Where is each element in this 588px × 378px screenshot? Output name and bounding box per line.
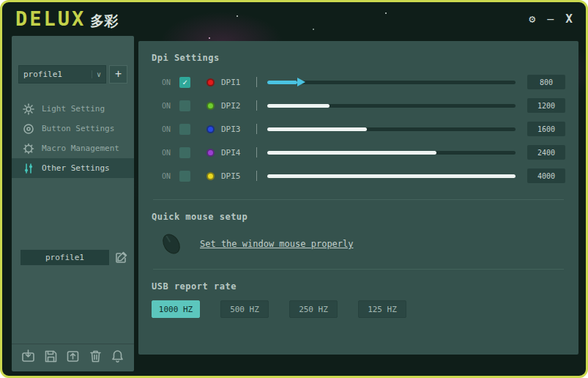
dpi-rows: ON DPI1 800 ON DPI2 xyxy=(152,70,565,188)
dpi4-slider-fill xyxy=(267,151,436,155)
app-window: DELUX 多彩 ⚙ — X profile1 ∨ + Light Settin… xyxy=(0,0,588,378)
sidebar-item-light-setting[interactable]: Light Setting xyxy=(12,99,134,119)
dpi-row-4: ON DPI4 2400 xyxy=(152,141,565,164)
mouse-button-icon xyxy=(22,122,34,135)
profile-select-value: profile1 xyxy=(23,70,92,79)
dpi2-color-dot xyxy=(206,102,215,110)
trash-icon[interactable] xyxy=(88,349,103,364)
divider xyxy=(256,100,257,111)
light-icon xyxy=(22,103,34,115)
dpi2-slider[interactable] xyxy=(267,104,516,108)
chevron-down-icon: ∨ xyxy=(92,70,101,78)
add-profile-button[interactable]: + xyxy=(109,65,127,84)
dpi1-value: 800 xyxy=(527,75,565,89)
settings-gear-button[interactable]: ⚙ xyxy=(529,14,535,25)
usb-rate-250hz-button[interactable]: 250 HZ xyxy=(289,300,338,318)
mouse-icon xyxy=(156,231,187,257)
logo-text: DELUX xyxy=(15,7,86,30)
dpi2-value: 1200 xyxy=(527,98,565,113)
windows-mouse-properties-link[interactable]: Set the window mouse properly xyxy=(200,239,354,249)
dpi3-color-dot xyxy=(206,125,215,133)
minimize-button[interactable]: — xyxy=(547,14,554,25)
on-label: ON xyxy=(162,102,179,110)
section-divider xyxy=(153,199,564,200)
sidebar-item-label: Light Setting xyxy=(42,104,105,114)
usb-rate-1000hz-button[interactable]: 1000 HZ xyxy=(152,300,200,318)
quick-setup-row: Set the window mouse properly xyxy=(156,231,565,257)
sidebar-item-label: Macro Management xyxy=(42,144,119,153)
dpi5-color-dot xyxy=(206,172,215,180)
sidebar-item-label: Button Settings xyxy=(42,124,114,133)
dpi2-slider-fill xyxy=(267,104,330,108)
sliders-icon xyxy=(22,162,34,174)
titlebar: DELUX 多彩 ⚙ — X xyxy=(2,2,586,36)
section-divider xyxy=(153,269,564,270)
sidebar-item-other-settings[interactable]: Other Settings xyxy=(12,158,134,178)
dpi1-label: DPI1 xyxy=(221,78,253,87)
dpi-row-5: ON DPI5 4000 xyxy=(152,164,565,188)
sidebar-menu: Light Setting Button Settings Macro Mana… xyxy=(12,99,134,178)
window-controls: ⚙ — X xyxy=(529,13,573,25)
import-profile-icon[interactable] xyxy=(21,349,36,364)
on-label: ON xyxy=(162,149,179,157)
dpi4-slider[interactable] xyxy=(267,151,516,155)
dpi4-color-dot xyxy=(206,149,215,157)
dpi5-label: DPI5 xyxy=(221,171,253,181)
app-logo: DELUX 多彩 xyxy=(15,7,118,31)
usb-report-rate-options: 1000 HZ 500 HZ 250 HZ 125 HZ xyxy=(152,300,565,318)
dpi2-label: DPI2 xyxy=(221,101,253,111)
dpi-row-3: ON DPI3 1600 xyxy=(152,117,565,141)
dpi5-slider[interactable] xyxy=(267,174,516,178)
divider xyxy=(256,124,257,134)
quick-setup-title: Quick mouse setup xyxy=(152,212,565,222)
dpi3-slider-fill xyxy=(267,127,367,131)
on-label: ON xyxy=(162,172,179,180)
sidebar-item-label: Other Settings xyxy=(42,163,110,173)
edit-profile-button[interactable] xyxy=(113,251,128,265)
dpi4-label: DPI4 xyxy=(221,148,253,158)
logo-text-cn: 多彩 xyxy=(90,12,118,31)
bell-icon[interactable] xyxy=(110,349,125,364)
profile-select[interactable]: profile1 ∨ xyxy=(18,65,106,84)
dpi4-enabled-checkbox[interactable] xyxy=(179,147,190,158)
divider xyxy=(256,77,257,87)
export-profile-icon[interactable] xyxy=(65,349,81,364)
save-profile-icon[interactable] xyxy=(43,349,59,364)
on-label: ON xyxy=(162,78,179,86)
usb-report-rate-title: USB report rate xyxy=(152,281,565,292)
dpi1-slider-fill xyxy=(267,81,297,84)
dpi5-slider-fill xyxy=(267,174,516,178)
profile-selector-row: profile1 ∨ + xyxy=(18,65,127,84)
dpi1-color-dot xyxy=(206,78,215,86)
dpi-settings-title: Dpi Settings xyxy=(152,53,565,63)
dpi1-slider[interactable] xyxy=(267,81,516,84)
dpi-row-1: ON DPI1 800 xyxy=(152,70,565,94)
profile-name-tag: profile1 xyxy=(21,250,109,265)
dpi3-enabled-checkbox[interactable] xyxy=(179,124,190,135)
sidebar: profile1 ∨ + Light Setting Button Settin… xyxy=(12,36,134,371)
sidebar-item-macro-management[interactable]: Macro Management xyxy=(12,138,134,158)
on-label: ON xyxy=(162,125,179,133)
dpi3-slider[interactable] xyxy=(267,127,516,131)
dpi2-enabled-checkbox[interactable] xyxy=(179,100,190,111)
dpi3-label: DPI3 xyxy=(221,125,253,134)
usb-rate-500hz-button[interactable]: 500 HZ xyxy=(220,300,269,318)
gear-icon xyxy=(22,142,34,155)
dpi-row-2: ON DPI2 1200 xyxy=(152,94,565,117)
close-button[interactable]: X xyxy=(565,13,573,25)
dpi4-value: 2400 xyxy=(527,145,565,160)
dpi5-value: 4000 xyxy=(527,168,565,183)
divider xyxy=(256,147,257,158)
main-panel: Dpi Settings ON DPI1 800 ON DPI2 xyxy=(138,41,578,355)
sidebar-item-button-settings[interactable]: Button Settings xyxy=(12,119,134,138)
dpi1-enabled-checkbox[interactable] xyxy=(179,77,190,88)
dpi1-slider-handle[interactable] xyxy=(297,78,305,86)
dpi5-enabled-checkbox[interactable] xyxy=(179,171,190,182)
divider xyxy=(256,171,257,181)
dpi3-value: 1600 xyxy=(527,122,565,136)
usb-rate-125hz-button[interactable]: 125 HZ xyxy=(358,300,406,318)
profile-tag-row: profile1 xyxy=(21,250,128,265)
sidebar-dock xyxy=(12,344,134,368)
